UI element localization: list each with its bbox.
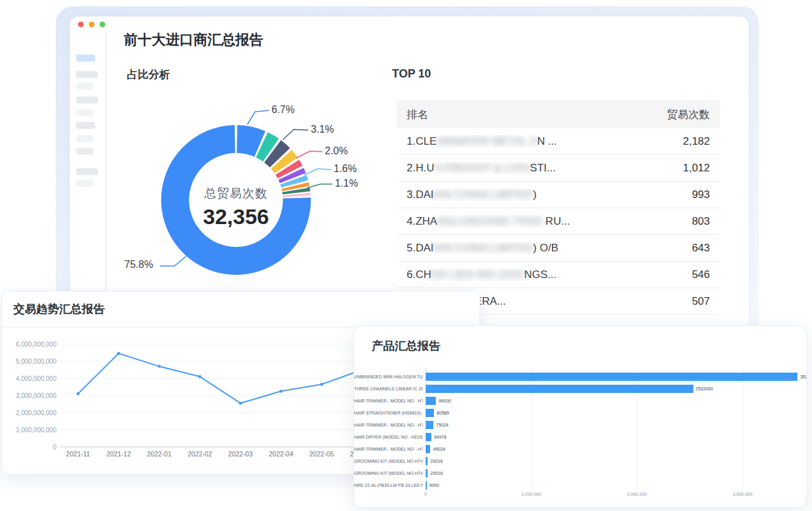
bar-row: HAIR TRIMMER - MODEL NO - HT35...45024 [354, 445, 807, 453]
donut-center-text: 总贸易次数 32,356 [173, 185, 299, 229]
product-label: HAIR DRYER (MODEL NO - HD1600 ... [354, 435, 422, 439]
main-report-window: 前十大进口商汇总报告 占比分析 TOP 10 总贸易次数 32,356 6.7%… [70, 17, 749, 330]
bar[interactable] [426, 469, 428, 477]
bar-value: 20016 [430, 459, 442, 463]
bar-value: 99000 [438, 399, 450, 403]
bar-row: THREE CHANNELS LINEAR IC (INTE...2532000 [354, 385, 807, 393]
svg-text:4,000,000,000: 4,000,000,000 [16, 375, 56, 382]
close-button[interactable] [78, 22, 84, 27]
bar-row: HAIR DRYER (MODEL NO - HD1600 ...54976 [354, 433, 807, 441]
sidebar-divider [105, 33, 107, 326]
trade-count: 1,012 [683, 162, 710, 175]
page-title: 前十大进口商汇总报告 [124, 30, 263, 50]
x-axis-tick: 1,000,000 [521, 492, 541, 496]
sidebar-item[interactable] [76, 168, 98, 175]
bar-row: HRE-22-AL-PB33-LM PB.33 LED MO...9000 [354, 481, 807, 489]
sidebar-item[interactable] [76, 122, 95, 129]
bar-value: 45024 [433, 447, 445, 451]
x-axis-tick: 3,000,000 [733, 492, 752, 496]
bar-row: HAIR STRAIGHTENER (HS6810) PIN...80585 [354, 409, 807, 417]
svg-text:0: 0 [53, 444, 56, 451]
bar[interactable] [426, 433, 431, 441]
svg-text:2022-02: 2022-02 [188, 450, 213, 458]
bar-row: UNBRANDED MINI HALOGEN TUBE 50...3522000 [354, 373, 807, 381]
sidebar-item[interactable] [76, 55, 95, 62]
sidebar-item[interactable] [76, 135, 93, 142]
zoom-button[interactable] [100, 22, 105, 27]
sidebar-item[interactable] [76, 83, 93, 90]
product-label: HAIR TRIMMER - MODEL NO - HT35... [354, 447, 422, 451]
bar-value: 20016 [430, 471, 442, 475]
donut-percent-label: 3.1% [311, 124, 334, 135]
svg-text:1,000,000,000: 1,000,000,000 [16, 427, 56, 434]
donut-percent-label: 1.1% [335, 178, 358, 189]
product-label: UNBRANDED MINI HALOGEN TUBE 50... [354, 375, 422, 379]
importer-name: 1.CLEARWATER METAL SN ... [407, 135, 557, 148]
bar[interactable] [426, 385, 693, 393]
importer-name: 2.H.UA FREIGHT & LOGISTI... [407, 162, 556, 175]
svg-text:2021-12: 2021-12 [107, 450, 131, 458]
bar-row: GROOMING KIT (MODEL NO.HT4000K...20016 [354, 457, 807, 465]
table-row[interactable]: 4.ZHANGLONGXING TRAD RU...803 [396, 208, 720, 235]
bar[interactable] [426, 373, 797, 381]
top10-table-body: 1.CLEARWATER METAL SN ...2,1822.H.UA FRE… [396, 128, 720, 315]
donut-center-label: 总贸易次数 [173, 185, 299, 202]
top10-section-label: TOP 10 [392, 67, 431, 81]
svg-text:5,000,000,000: 5,000,000,000 [16, 358, 56, 365]
bar-value: 3522000 [800, 375, 807, 379]
trade-count: 507 [692, 295, 710, 308]
bar-value: 9000 [429, 483, 440, 488]
bar-value: 54976 [434, 435, 446, 439]
bar[interactable] [426, 457, 428, 465]
svg-text:6,000,000,000: 6,000,000,000 [16, 341, 56, 348]
sidebar-item[interactable] [76, 96, 98, 103]
svg-text:3,000,000,000: 3,000,000,000 [16, 392, 56, 399]
product-label: HAIR STRAIGHTENER (HS6810) PIN... [354, 411, 422, 415]
x-axis-tick: 2,000,000 [627, 492, 646, 496]
importer-name: 6.CHEN LIEN IND (ZHONGS... [407, 269, 556, 281]
top10-table: 排名 贸易次数 1.CLEARWATER METAL SN ...2,1822.… [396, 100, 720, 315]
donut-percent-label: 1.6% [334, 163, 357, 175]
donut-percent-label: 75.8% [124, 259, 153, 270]
product-label: THREE CHANNELS LINEAR IC (INTE... [354, 387, 422, 391]
donut-center-value: 32,356 [173, 204, 299, 229]
trade-count: 993 [692, 189, 710, 201]
product-label: GROOMING KIT (MODEL NO.HT4000K... [354, 459, 422, 463]
product-label: HAIR TRIMMER - MODEL NO - HT20... [354, 399, 422, 403]
donut-percent-label: 2.0% [325, 145, 348, 157]
sidebar-item[interactable] [76, 71, 98, 78]
sidebar-item[interactable] [76, 148, 93, 155]
bar-value: 80585 [436, 411, 449, 415]
table-row[interactable]: 6.CHEN LIEN IND (ZHONGS...546 [396, 262, 720, 288]
table-row[interactable]: 2.H.UA FREIGHT & LOGISTI...1,012 [396, 155, 720, 182]
table-row[interactable]: 3.DAIKIN CHINA LIMITED)993 [396, 182, 720, 208]
importer-name: 3.DAIKIN CHINA LIMITED) [407, 189, 537, 201]
col-trade-count: 贸易次数 [667, 107, 710, 122]
table-row[interactable]: 1.CLEARWATER METAL SN ...2,182 [396, 128, 720, 155]
svg-text:2022-04: 2022-04 [269, 450, 294, 458]
bar-value: 75024 [436, 423, 448, 427]
product-report-window: 产品汇总报告 01,000,0002,000,0003,000,000UNBRA… [353, 325, 807, 508]
svg-text:2,000,000,000: 2,000,000,000 [16, 409, 56, 416]
bar[interactable] [426, 409, 434, 417]
table-row[interactable]: 5.DAIKIN CHINA LIMITED) O/B643 [396, 235, 720, 262]
window-controls [78, 22, 105, 27]
importer-name: 4.ZHANGLONGXING TRAD RU... [407, 215, 570, 228]
bar[interactable] [426, 445, 430, 453]
minimize-button[interactable] [89, 22, 95, 27]
trade-count: 803 [692, 215, 710, 228]
importer-name: 5.DAIKIN CHINA LIMITED) O/B [407, 242, 558, 255]
x-axis-tick: 0 [424, 492, 427, 496]
bar[interactable] [426, 481, 427, 489]
trend-title: 交易趋势汇总报告 [13, 302, 105, 317]
bar[interactable] [426, 421, 433, 429]
bar[interactable] [426, 397, 436, 405]
bar-row: HAIR TRIMMER - MODEL NO - HT20...75024 [354, 421, 807, 429]
product-label: HAIR TRIMMER - MODEL NO - HT20... [354, 423, 422, 427]
trade-count: 643 [692, 242, 710, 255]
sidebar-item[interactable] [76, 109, 93, 116]
table-header: 排名 贸易次数 [396, 100, 720, 128]
bar-row: HAIR TRIMMER - MODEL NO - HT20...99000 [354, 397, 807, 405]
sidebar-item[interactable] [76, 180, 93, 187]
donut-section-label: 占比分析 [127, 67, 170, 82]
